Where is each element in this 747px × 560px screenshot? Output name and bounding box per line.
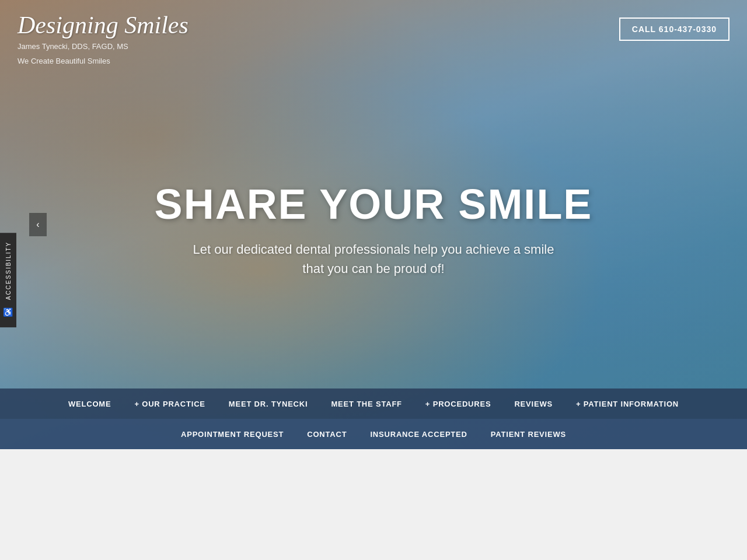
logo-area: Designing Smiles James Tynecki, DDS, FAG…: [18, 12, 189, 68]
nav-procedures[interactable]: + PROCEDURES: [414, 388, 503, 419]
call-button[interactable]: CALL 610-437-0330: [619, 18, 729, 41]
header-top: Designing Smiles James Tynecki, DDS, FAG…: [0, 0, 747, 79]
nav-secondary-row: APPOINTMENT REQUEST CONTACT INSURANCE AC…: [0, 419, 747, 449]
main-navigation: WELCOME + OUR PRACTICE MEET DR. TYNECKI …: [0, 388, 747, 449]
nav-appointment-request[interactable]: APPOINTMENT REQUEST: [169, 419, 295, 449]
hero-subtitle: Let our dedicated dental professionals h…: [140, 240, 607, 278]
slider-prev-button[interactable]: ‹: [29, 213, 47, 236]
hero-section: Designing Smiles James Tynecki, DDS, FAG…: [0, 0, 747, 449]
nav-our-practice[interactable]: + OUR PRACTICE: [123, 388, 217, 419]
nav-patient-reviews[interactable]: PATIENT REVIEWS: [479, 419, 578, 449]
accessibility-bar: ♿ ACCESSIBILITY: [0, 233, 16, 327]
hero-title: SHARE YOUR SMILE: [140, 180, 607, 228]
accessibility-label: ACCESSIBILITY: [5, 242, 12, 300]
nav-meet-the-staff[interactable]: MEET THE STAFF: [319, 388, 413, 419]
hero-subtitle-line1: Let our dedicated dental professionals h…: [193, 242, 554, 257]
nav-patient-information[interactable]: + PATIENT INFORMATION: [564, 388, 690, 419]
chevron-left-icon: ‹: [36, 219, 39, 230]
nav-reviews[interactable]: REVIEWS: [502, 388, 564, 419]
accessibility-icon: ♿: [4, 307, 13, 318]
doctor-name: James Tynecki, DDS, FAGD, MS: [18, 41, 189, 53]
below-hero-section: [0, 449, 747, 560]
logo-title[interactable]: Designing Smiles: [18, 12, 189, 38]
nav-welcome[interactable]: WELCOME: [57, 388, 123, 419]
hero-subtitle-line2: that you can be proud of!: [302, 261, 444, 276]
nav-meet-dr-tynecki[interactable]: MEET DR. TYNECKI: [217, 388, 320, 419]
tagline: We Create Beautiful Smiles: [18, 55, 189, 68]
accessibility-toggle-button[interactable]: ♿ ACCESSIBILITY: [0, 233, 16, 327]
nav-contact[interactable]: CONTACT: [295, 419, 358, 449]
nav-insurance-accepted[interactable]: INSURANCE ACCEPTED: [358, 419, 479, 449]
hero-content: SHARE YOUR SMILE Let our dedicated denta…: [140, 180, 607, 278]
nav-primary-row: WELCOME + OUR PRACTICE MEET DR. TYNECKI …: [0, 388, 747, 419]
page-wrapper: Designing Smiles James Tynecki, DDS, FAG…: [0, 0, 747, 560]
